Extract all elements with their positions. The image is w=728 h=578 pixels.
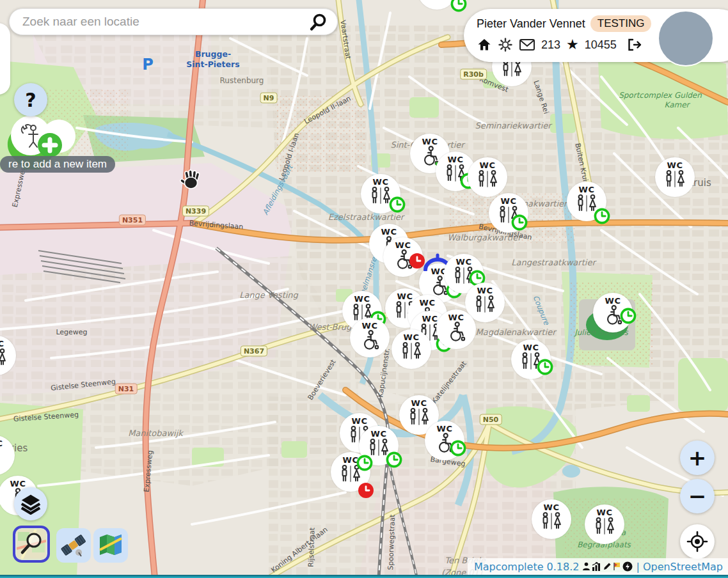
poi-marker-toilet-mw[interactable]: WC [567,182,606,221]
partial-marker [0,23,10,95]
avatar[interactable] [658,10,714,66]
marker-label: WC [397,293,413,301]
marker-label: WC [411,400,427,407]
layers-button[interactable] [14,487,47,520]
zoom-in-button[interactable]: + [680,441,715,475]
marker-label: WC [437,425,453,433]
marker-label: WC [404,334,420,341]
poi-marker-toilet-mw[interactable]: WC [655,157,695,197]
stats-icon [592,562,601,571]
zoom-out-button[interactable]: − [680,479,715,513]
layers-icon [20,493,42,515]
satellite-icon [60,532,87,559]
marker-label: WC [373,178,389,186]
user-name: Pieter Vander Vennet [477,17,585,31]
crosshair-icon [686,531,708,552]
poi-marker-toilet-wc[interactable]: WC [383,237,423,277]
poi-marker-toilet-mw[interactable]: WC [468,157,507,197]
user-icon [582,562,590,571]
marker-label: WC [477,287,493,295]
marker-label: WC [354,295,370,303]
message-count: 213 [541,38,560,52]
star-icon: ★ [566,38,579,51]
marker-label: WC [0,440,3,448]
attribution-bar: Mapcomplete 0.18.2 | OpenStreetMap [468,558,728,575]
poi-marker-toilet-mw[interactable]: WC [585,504,624,544]
marker-label: WC [381,228,397,236]
marker-label: WC [420,299,436,307]
geolocate-button[interactable] [680,524,715,559]
attribution-separator: | [636,561,639,573]
osm-carto-icon [17,529,46,559]
marker-label: WC [667,162,683,169]
marker-label: WC [544,504,560,512]
marker-label: WC [480,162,496,169]
marker-label: WC [10,480,26,488]
logout-icon[interactable] [626,37,642,52]
poi-marker-toilet-mw[interactable]: WC [392,329,431,369]
pencil-icon [603,562,612,571]
add-item-tooltip: re to add a new item [0,156,115,173]
folded-map-icon [97,532,124,559]
gear-icon[interactable] [498,37,513,52]
help-button[interactable]: ? [14,83,47,116]
marker-label: WC [456,258,472,266]
poi-marker-toilet-mw[interactable]: WC [511,340,551,379]
messages-icon[interactable] [519,38,535,52]
marker-label: WC [371,430,387,438]
poi-marker-toilet-mw[interactable]: WC [532,499,571,539]
marker-label: WC [448,156,464,164]
bottom-edge-bar [0,575,728,578]
marker-label: WC [395,242,411,249]
marker-label: WC [343,457,359,464]
marker-label: WC [579,186,595,194]
home-icon[interactable] [477,37,492,52]
marker-label: WC [605,297,621,305]
marker-label: WC [362,322,378,330]
testing-badge: TESTING [590,15,652,32]
poi-marker-toilet-wc[interactable]: WC [350,318,390,357]
plus-icon: + [688,445,707,471]
map-canvas[interactable] [0,0,728,578]
poi-marker-toilet-mw[interactable]: WC [331,452,370,492]
search-bar [9,8,338,35]
poi-marker-toilet-mw[interactable]: WC [361,174,400,214]
lightning-icon [622,561,633,572]
search-icon[interactable] [309,12,328,31]
help-label: ? [25,89,36,111]
poi-marker-toilet-wc[interactable]: WC [425,421,464,460]
osm-link[interactable]: OpenStreetMap [643,561,723,573]
search-input[interactable] [21,14,309,29]
star-count: 10455 [585,38,617,52]
marker-label: WC [352,418,368,425]
poi-marker-toilet-wc[interactable]: WC [436,309,476,349]
marker-label: WC [422,138,438,146]
basemap-satellite-button[interactable] [56,528,91,563]
marker-label: WC [422,315,438,323]
app-version[interactable]: Mapcomplete 0.18.2 [474,561,579,573]
basemap-foldedmap-button[interactable] [93,528,128,563]
marker-label: WC [0,340,4,348]
marker-label: WC [597,509,613,517]
poi-marker-toilet-mw[interactable]: WC [489,193,528,233]
minus-icon: − [688,483,707,509]
poi-marker-toilet-wc[interactable]: WC [593,293,633,332]
mapcomplete-app: RustenburgBrugge-Sint-PietersPSint-Gilli… [0,0,728,578]
marker-label: WC [448,314,464,322]
flag-icon [613,562,621,571]
marker-label: WC [523,344,539,352]
marker-label: WC [501,198,517,205]
basemap-osm-button[interactable] [13,526,50,563]
